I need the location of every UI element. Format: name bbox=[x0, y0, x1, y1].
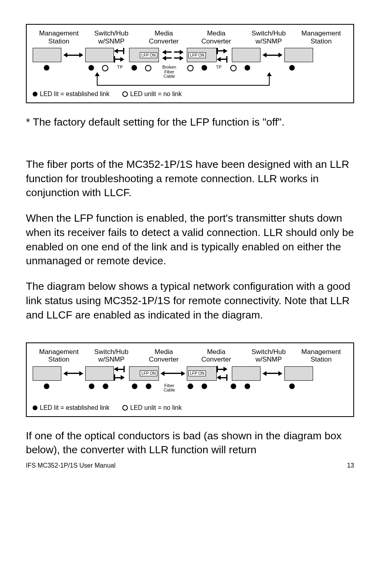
tp-label-left: TP bbox=[117, 65, 123, 70]
led-filled-icon bbox=[33, 92, 37, 96]
box-switch-l bbox=[85, 48, 114, 62]
diagram2-boxes: LFP ON LFP ON bbox=[33, 366, 347, 381]
good-connector bbox=[159, 371, 187, 376]
led-empty-icon bbox=[122, 91, 128, 97]
led-filled-icon bbox=[132, 383, 137, 389]
paragraph-diagram-intro: The diagram below shows a typical networ… bbox=[26, 279, 354, 322]
diagram2-labels: Management Station Switch/Hub w/SNMP Med… bbox=[33, 348, 347, 364]
led-filled-icon bbox=[44, 383, 49, 389]
diagram2-legend: LED lit = established link LED unlit = n… bbox=[33, 404, 347, 411]
diagram-broken-fiber: Management Station Switch/Hub w/SNMP Med… bbox=[26, 24, 354, 103]
label-switch-left: Switch/Hub w/SNMP bbox=[85, 29, 138, 45]
broken-label: Broken Fiber Cable bbox=[163, 65, 176, 79]
diagram1-leds: TP Broken Fiber Cable TP bbox=[33, 65, 347, 89]
led-empty-icon bbox=[122, 405, 128, 411]
up-arrow-icon bbox=[267, 72, 272, 76]
legend-unlit-text: LED unlit = no link bbox=[130, 404, 182, 411]
label-switch-right: Switch/Hub w/SNMP bbox=[243, 29, 295, 45]
legend-unlit-text: LED unlit = no link bbox=[130, 90, 182, 98]
arrow-1 bbox=[61, 53, 85, 57]
paragraph-llr-intro: The fiber ports of the MC352-1P/1S have … bbox=[26, 157, 354, 200]
arrow-1 bbox=[61, 371, 85, 376]
hline bbox=[97, 85, 270, 86]
up-arrow-line bbox=[97, 75, 98, 86]
arrow-4 bbox=[261, 53, 284, 57]
diagram-good-link: Management Station Switch/Hub w/SNMP Med… bbox=[26, 342, 354, 417]
led-filled-icon bbox=[289, 383, 295, 389]
led-filled-icon bbox=[231, 383, 236, 389]
paragraph-bad-conductor: If one of the optical conductors is bad … bbox=[26, 429, 354, 458]
led-empty-icon bbox=[187, 65, 194, 71]
led-filled-icon bbox=[33, 405, 37, 410]
box-media-r: LFP ON bbox=[187, 366, 217, 381]
footer-title: IFS MC352-1P/1S User Manual bbox=[26, 462, 116, 469]
led-filled-icon bbox=[289, 65, 295, 71]
box-switch-l bbox=[85, 366, 114, 381]
led-filled-icon bbox=[44, 65, 49, 71]
label-media-right: Media Converter bbox=[190, 29, 243, 45]
lfp-tag-left: LFP ON bbox=[140, 370, 157, 376]
fiber-label: Fiber Cable bbox=[164, 383, 175, 393]
page-footer: IFS MC352-1P/1S User Manual 13 bbox=[26, 462, 354, 469]
led-filled-icon bbox=[245, 383, 250, 389]
led-filled-icon bbox=[202, 65, 207, 71]
label-media-right: Media Converter bbox=[190, 348, 243, 364]
footer-page-number: 13 bbox=[347, 462, 354, 469]
label-mgmt-left: Management Station bbox=[33, 29, 85, 45]
led-empty-icon bbox=[102, 65, 108, 71]
led-filled-icon bbox=[89, 383, 94, 389]
paragraph-lfp-enabled: When the LFP function is enabled, the po… bbox=[26, 211, 354, 268]
up-arrow-line bbox=[269, 75, 270, 86]
label-media-left: Media Converter bbox=[137, 348, 190, 364]
label-mgmt-right: Management Station bbox=[295, 29, 347, 45]
label-switch-right: Switch/Hub w/SNMP bbox=[243, 348, 295, 364]
led-filled-icon bbox=[188, 383, 193, 389]
box-media-l: LFP ON bbox=[129, 48, 159, 62]
led-empty-icon bbox=[145, 65, 151, 71]
lfp-tag-right: LFP ON bbox=[188, 52, 206, 58]
label-mgmt-right: Management Station bbox=[295, 348, 347, 364]
paragraph-factory-default: * The factory default setting for the LF… bbox=[26, 115, 354, 130]
box-switch-r bbox=[232, 48, 261, 62]
arrow-3 bbox=[217, 366, 232, 381]
box-mgmt-l bbox=[33, 48, 61, 62]
diagram1-labels: Management Station Switch/Hub w/SNMP Med… bbox=[33, 29, 347, 45]
box-switch-r bbox=[232, 366, 261, 381]
led-empty-icon bbox=[230, 65, 237, 71]
led-filled-icon bbox=[146, 383, 151, 389]
diagram1-boxes: LFP ON LFP ON bbox=[33, 47, 347, 63]
arrow-2 bbox=[114, 366, 129, 381]
arrow-4 bbox=[261, 371, 284, 376]
diagram2-leds: Fiber Cable bbox=[33, 383, 347, 403]
box-media-r: LFP ON bbox=[187, 48, 217, 62]
label-switch-left: Switch/Hub w/SNMP bbox=[85, 348, 138, 364]
box-media-l: LFP ON bbox=[129, 366, 159, 381]
label-media-left: Media Converter bbox=[137, 29, 190, 45]
arrow-3 bbox=[217, 48, 232, 63]
led-filled-icon bbox=[131, 65, 137, 71]
legend-lit-text: LED lit = established link bbox=[40, 404, 110, 411]
led-filled-icon bbox=[103, 383, 108, 389]
lfp-tag-left: LFP ON bbox=[140, 52, 157, 58]
broken-connector bbox=[159, 50, 187, 61]
arrow-2 bbox=[114, 48, 129, 63]
box-mgmt-r bbox=[284, 48, 313, 62]
box-mgmt-r bbox=[284, 366, 313, 381]
label-mgmt-left: Management Station bbox=[33, 348, 85, 364]
diagram1-legend: LED lit = established link LED unlit = n… bbox=[33, 90, 347, 98]
led-filled-icon bbox=[88, 65, 94, 71]
legend-lit-text: LED lit = established link bbox=[40, 90, 110, 98]
tp-label-right: TP bbox=[216, 65, 221, 70]
box-mgmt-l bbox=[33, 366, 61, 381]
led-filled-icon bbox=[202, 383, 207, 389]
led-filled-icon bbox=[245, 65, 250, 71]
lfp-tag-right: LFP ON bbox=[188, 370, 206, 376]
